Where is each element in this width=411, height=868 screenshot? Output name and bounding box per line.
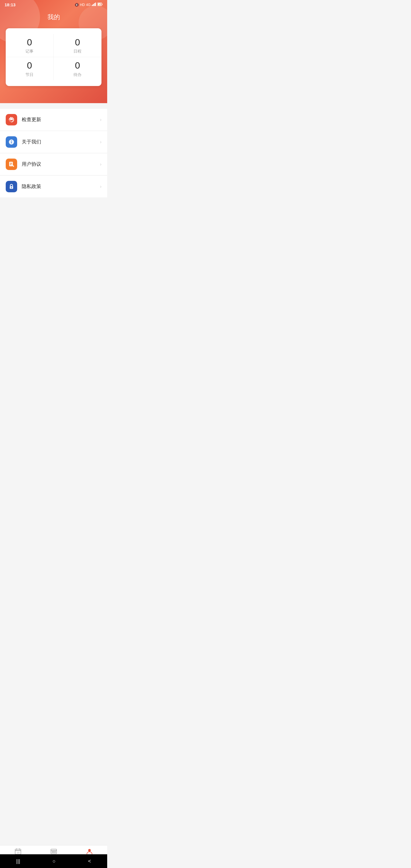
svg-rect-2 [94,3,95,6]
privacy-policy-icon-wrap [6,181,17,192]
about-us-label: 关于我们 [22,138,100,145]
content-area: 检查更新 › 关于我们 › [0,103,107,232]
user-agreement-label: 用户协议 [22,161,100,167]
svg-rect-15 [10,164,12,164]
stats-count-richeng: 0 [54,37,102,48]
stats-count-jishi: 0 [6,37,54,48]
page-title: 我的 [0,8,107,28]
status-icons: 🔇 HD 4G ⚡ [75,3,102,7]
user-agreement-icon-wrap [6,159,17,170]
menu-item-user-agreement[interactable]: 用户协议 › [0,153,107,176]
svg-rect-12 [11,142,12,144]
svg-rect-3 [95,3,96,6]
signal-icon [92,3,96,7]
stats-item-daiban: 0 待办 [54,57,102,80]
check-update-label: 检查更新 [22,116,100,123]
svg-rect-20 [11,187,12,188]
hd-label: HD [80,3,85,7]
doc-icon [8,161,15,168]
stats-item-richeng: 0 日程 [54,34,102,57]
svg-rect-6 [102,4,102,5]
stats-grid: 0 记事 0 日程 0 节日 0 待办 [6,34,101,80]
menu-item-about-us[interactable]: 关于我们 › [0,131,107,153]
status-time: 18:13 [5,2,16,7]
stats-card: 0 记事 0 日程 0 节日 0 待办 [6,28,101,86]
stats-item-jieri: 0 节日 [6,57,54,80]
info-icon [8,138,15,146]
lock-icon [8,183,15,190]
about-us-chevron: › [100,140,101,145]
check-update-icon-wrap [6,114,17,125]
stats-count-jieri: 0 [6,60,54,71]
svg-text:⚡: ⚡ [98,3,100,6]
check-update-chevron: › [100,117,101,122]
svg-rect-14 [10,163,12,163]
stats-label-jishi: 记事 [6,49,54,54]
privacy-policy-chevron: › [100,184,101,189]
stats-label-jieri: 节日 [6,72,54,78]
svg-rect-16 [10,164,11,165]
stats-item-jishi: 0 记事 [6,34,54,57]
svg-rect-0 [92,5,93,6]
network-label: 4G [86,3,91,7]
stats-label-richeng: 日程 [54,49,102,54]
status-bar: 18:13 🔇 HD 4G ⚡ [0,0,107,8]
menu-item-check-update[interactable]: 检查更新 › [0,109,107,131]
update-icon [8,116,15,123]
svg-rect-1 [93,4,94,6]
stats-count-daiban: 0 [54,60,102,71]
user-agreement-chevron: › [100,162,101,167]
menu-list: 检查更新 › 关于我们 › [0,109,107,197]
about-us-icon-wrap [6,136,17,148]
menu-item-privacy-policy[interactable]: 隐私政策 › [0,176,107,197]
battery-icon: ⚡ [97,3,102,7]
stats-label-daiban: 待办 [54,72,102,78]
privacy-policy-label: 隐私政策 [22,183,100,190]
svg-point-11 [11,140,12,141]
mute-icon: 🔇 [75,3,79,7]
svg-point-17 [13,166,14,167]
